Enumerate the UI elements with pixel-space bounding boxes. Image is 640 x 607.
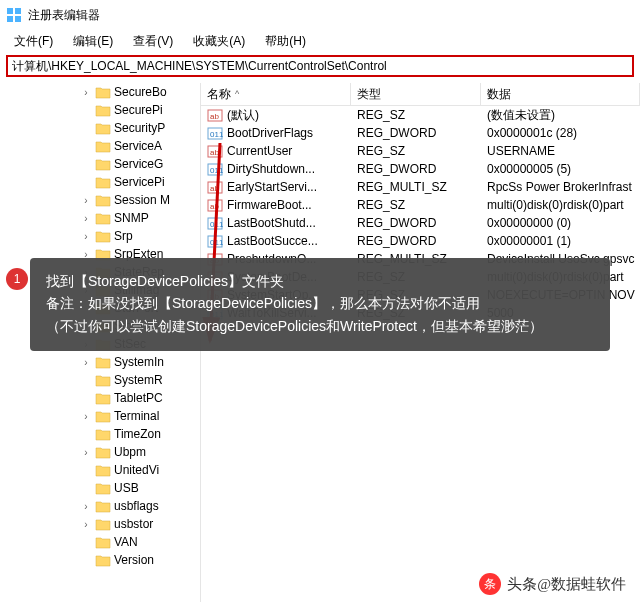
list-row[interactable]: abFirmwareBoot...REG_SZmulti(0)disk(0)rd…: [201, 196, 640, 214]
folder-icon: [95, 427, 111, 441]
value-name: LastBootShutd...: [227, 216, 316, 230]
folder-icon: [95, 535, 111, 549]
svg-text:011: 011: [210, 220, 223, 229]
expand-icon[interactable]: ›: [80, 213, 92, 224]
value-name: CurrentUser: [227, 144, 292, 158]
tree-item[interactable]: ›Terminal: [0, 407, 200, 425]
sort-asc-icon: ^: [235, 89, 239, 99]
svg-rect-3: [15, 16, 21, 22]
tree-item[interactable]: ›SNMP: [0, 209, 200, 227]
list-row[interactable]: abEarlyStartServi...REG_MULTI_SZRpcSs Po…: [201, 178, 640, 196]
expand-icon[interactable]: ›: [80, 501, 92, 512]
tree-item[interactable]: ›usbflags: [0, 497, 200, 515]
menu-edit[interactable]: 编辑(E): [63, 31, 123, 52]
expand-icon[interactable]: ›: [80, 447, 92, 458]
list-header: 名称^ 类型 数据: [201, 83, 640, 106]
folder-icon: [95, 121, 111, 135]
tip-line1: 找到【StorageDevicePolicies】文件夹: [46, 270, 594, 292]
value-data: 0x00000001 (1): [481, 234, 640, 248]
tree-item[interactable]: ›SecureBo: [0, 83, 200, 101]
tree-item[interactable]: SecurePi: [0, 101, 200, 119]
list-row[interactable]: 011BootDriverFlagsREG_DWORD0x0000001c (2…: [201, 124, 640, 142]
svg-text:ab: ab: [210, 184, 219, 193]
value-data: RpcSs Power BrokerInfrast: [481, 180, 640, 194]
folder-icon: [95, 139, 111, 153]
list-row[interactable]: abCurrentUserREG_SZUSERNAME: [201, 142, 640, 160]
tree-item-label: SystemR: [114, 373, 163, 387]
expand-icon[interactable]: ›: [80, 87, 92, 98]
tree-item-label: Terminal: [114, 409, 159, 423]
tree-item-label: TabletPC: [114, 391, 163, 405]
tree-item[interactable]: ServiceG: [0, 155, 200, 173]
tip-line2: 备注：如果没找到【StorageDevicePolicies】，那么本方法对你不…: [46, 292, 594, 314]
value-icon: ab: [207, 197, 223, 213]
tree-item-label: Version: [114, 553, 154, 567]
tree-item[interactable]: ›usbstor: [0, 515, 200, 533]
tree-item[interactable]: SecurityP: [0, 119, 200, 137]
tree-item-label: usbstor: [114, 517, 153, 531]
tree-item[interactable]: Version: [0, 551, 200, 569]
tree-item[interactable]: ›Srp: [0, 227, 200, 245]
tree-item[interactable]: TabletPC: [0, 389, 200, 407]
tree-item[interactable]: ›Session M: [0, 191, 200, 209]
value-icon: 011: [207, 215, 223, 231]
svg-text:ab: ab: [210, 148, 219, 157]
col-data[interactable]: 数据: [481, 83, 640, 105]
tip-number-badge: 1: [6, 268, 28, 290]
window-title: 注册表编辑器: [28, 7, 100, 24]
folder-icon: [95, 373, 111, 387]
expand-icon[interactable]: ›: [80, 357, 92, 368]
tree-item-label: Session M: [114, 193, 170, 207]
value-type: REG_DWORD: [351, 162, 481, 176]
folder-icon: [95, 409, 111, 423]
list-row[interactable]: 011LastBootShutd...REG_DWORD0x00000000 (…: [201, 214, 640, 232]
address-input[interactable]: [6, 55, 634, 77]
tree-item-label: SecureBo: [114, 85, 167, 99]
tree-item[interactable]: ServiceA: [0, 137, 200, 155]
tree-item[interactable]: VAN: [0, 533, 200, 551]
tree-item-label: USB: [114, 481, 139, 495]
value-icon: ab: [207, 143, 223, 159]
folder-icon: [95, 211, 111, 225]
menu-favorites[interactable]: 收藏夹(A): [183, 31, 255, 52]
folder-icon: [95, 499, 111, 513]
tree-item-label: SNMP: [114, 211, 149, 225]
tree-item[interactable]: SystemR: [0, 371, 200, 389]
value-data: 0x00000005 (5): [481, 162, 640, 176]
svg-text:011: 011: [210, 166, 223, 175]
list-row[interactable]: 011LastBootSucce...REG_DWORD0x00000001 (…: [201, 232, 640, 250]
tree-item[interactable]: USB: [0, 479, 200, 497]
folder-icon: [95, 445, 111, 459]
watermark: 条 头条@数据蛙软件: [479, 573, 626, 595]
expand-icon[interactable]: ›: [80, 231, 92, 242]
value-data: multi(0)disk(0)rdisk(0)part: [481, 198, 640, 212]
tree-item[interactable]: TimeZon: [0, 425, 200, 443]
menu-help[interactable]: 帮助(H): [255, 31, 316, 52]
tree-item-label: TimeZon: [114, 427, 161, 441]
value-name: LastBootSucce...: [227, 234, 318, 248]
tree-item[interactable]: ›SystemIn: [0, 353, 200, 371]
tree-item-label: usbflags: [114, 499, 159, 513]
menu-file[interactable]: 文件(F): [4, 31, 63, 52]
tree-item[interactable]: UnitedVi: [0, 461, 200, 479]
value-data: USERNAME: [481, 144, 640, 158]
col-name[interactable]: 名称^: [201, 83, 351, 105]
expand-icon[interactable]: ›: [80, 519, 92, 530]
expand-icon[interactable]: ›: [80, 411, 92, 422]
svg-text:011: 011: [210, 238, 223, 247]
tree-item-label: SecurityP: [114, 121, 165, 135]
value-type: REG_DWORD: [351, 126, 481, 140]
value-type: REG_MULTI_SZ: [351, 180, 481, 194]
tree-item[interactable]: ServicePi: [0, 173, 200, 191]
list-row[interactable]: 011DirtyShutdown...REG_DWORD0x00000005 (…: [201, 160, 640, 178]
expand-icon[interactable]: ›: [80, 195, 92, 206]
folder-icon: [95, 85, 111, 99]
value-icon: ab: [207, 179, 223, 195]
value-name: DirtyShutdown...: [227, 162, 315, 176]
menu-view[interactable]: 查看(V): [123, 31, 183, 52]
tree-item-label: SystemIn: [114, 355, 164, 369]
tree-item[interactable]: ›Ubpm: [0, 443, 200, 461]
col-type[interactable]: 类型: [351, 83, 481, 105]
list-row[interactable]: ab(默认)REG_SZ(数值未设置): [201, 106, 640, 124]
svg-text:ab: ab: [210, 202, 219, 211]
